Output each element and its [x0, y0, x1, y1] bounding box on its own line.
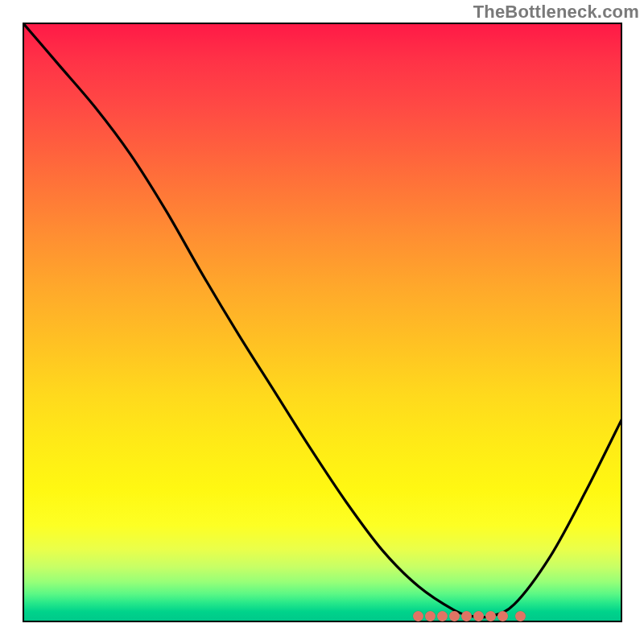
plot-area — [23, 23, 622, 622]
watermark-text: TheBottleneck.com — [473, 2, 639, 23]
chart-stage: TheBottleneck.com — [0, 0, 644, 644]
plot-frame — [23, 23, 622, 622]
